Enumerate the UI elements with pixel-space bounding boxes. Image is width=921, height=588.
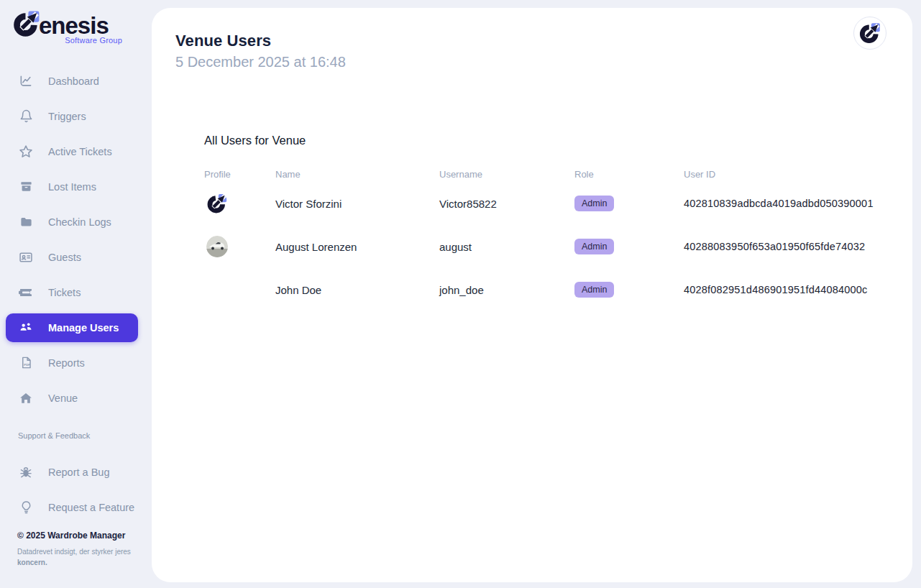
sidebar-item-request-a-feature[interactable]: Request a Feature	[0, 490, 152, 525]
file-pdf-icon: PDF	[19, 356, 33, 370]
user-id: 4028f082951d486901951fd44084000c	[684, 284, 884, 295]
user-username: august	[439, 241, 574, 253]
table-row: John Doe john_doe Admin 4028f082951d4869…	[204, 268, 884, 311]
table-row: August Lorenzen august Admin 40288083950…	[204, 225, 884, 268]
user-avatar-car-photo	[206, 236, 228, 257]
lightbulb-icon	[19, 500, 33, 515]
user-name: August Lorenzen	[275, 241, 439, 253]
sidebar-item-label: Triggers	[48, 111, 86, 122]
sidebar-item-report-a-bug[interactable]: Report a Bug	[0, 454, 152, 490]
bell-icon	[19, 109, 33, 124]
table-row: Victor Sforzini Victor85822 Admin 402810…	[204, 182, 884, 225]
sidebar-item-label: Request a Feature	[48, 502, 134, 513]
genesis-g-icon	[859, 22, 881, 44]
sidebar-item-label: Manage Users	[48, 322, 119, 334]
sidebar-item-reports[interactable]: PDF Reports	[0, 345, 152, 380]
sidebar-item-label: Guests	[48, 252, 81, 263]
user-avatar-genesis-logo	[206, 193, 228, 214]
sidebar-item-dashboard[interactable]: Dashboard	[0, 63, 152, 98]
sidebar-item-venue[interactable]: Venue	[0, 380, 152, 415]
sidebar-item-label: Tickets	[48, 287, 81, 298]
id-card-icon	[19, 250, 33, 265]
page-header: Venue Users 5 December 2025 at 16:48	[152, 8, 912, 70]
role-badge: Admin	[574, 282, 614, 298]
sidebar-item-lost-items[interactable]: Lost Items	[0, 169, 152, 204]
svg-text:PDF: PDF	[24, 363, 30, 367]
user-name: John Doe	[275, 284, 439, 296]
user-username: john_doe	[439, 284, 574, 296]
support-section-label: Support & Feedback	[0, 431, 152, 440]
sidebar-item-label: Lost Items	[48, 181, 96, 193]
users-icon	[19, 321, 33, 335]
ticket-icon	[19, 285, 33, 300]
sidebar-item-label: Reports	[48, 357, 85, 369]
brand-wordmark: enesis	[39, 14, 109, 37]
table-header-row: Profile Name Username Role User ID	[204, 166, 884, 182]
sidebar-footer: © 2025 Wardrobe Manager Datadrevet indsi…	[0, 530, 137, 568]
sidebar-nav: Dashboard Triggers Active Tickets	[0, 63, 152, 415]
page-subtitle: 5 December 2025 at 16:48	[175, 54, 894, 70]
column-header-user-id: User ID	[684, 169, 884, 180]
sidebar-item-label: Venue	[48, 392, 78, 404]
sidebar-item-triggers[interactable]: Triggers	[0, 98, 152, 134]
sidebar-item-manage-users[interactable]: Manage Users	[6, 313, 138, 342]
column-header-username: Username	[439, 169, 574, 180]
sidebar-item-checkin-logs[interactable]: Checkin Logs	[0, 204, 152, 239]
brand-logo[interactable]: enesis Software Group	[0, 0, 122, 45]
user-id: 402810839adbcda4019adbd050390001	[684, 198, 884, 209]
sidebar-item-label: Active Tickets	[48, 146, 112, 157]
user-username: Victor85822	[439, 198, 574, 210]
sidebar-item-active-tickets[interactable]: Active Tickets	[0, 134, 152, 169]
sidebar-item-tickets[interactable]: Tickets	[0, 275, 152, 310]
role-badge: Admin	[574, 239, 614, 254]
sidebar-item-label: Report a Bug	[48, 467, 109, 478]
copyright-text: © 2025 Wardrobe Manager	[17, 530, 137, 541]
column-header-role: Role	[574, 169, 684, 180]
archive-icon	[19, 180, 33, 194]
column-header-name: Name	[275, 169, 439, 180]
star-icon	[19, 144, 33, 159]
user-id: 40288083950f653a01950f65fde74032	[684, 241, 884, 252]
support-nav: Report a Bug Request a Feature	[0, 454, 152, 525]
users-table: All Users for Venue Profile Name Usernam…	[204, 134, 884, 311]
user-name: Victor Sforzini	[275, 198, 439, 210]
bug-icon	[19, 465, 33, 479]
genesis-g-icon	[13, 10, 40, 37]
sidebar-item-guests[interactable]: Guests	[0, 239, 152, 275]
chart-line-icon	[19, 74, 33, 88]
home-icon	[19, 391, 33, 405]
sidebar-item-label: Checkin Logs	[48, 216, 111, 228]
column-header-profile: Profile	[204, 169, 275, 180]
folder-icon	[19, 215, 33, 229]
venue-logo-badge[interactable]	[853, 17, 886, 50]
role-badge: Admin	[574, 196, 614, 211]
sidebar-item-label: Dashboard	[48, 75, 99, 87]
footer-tagline: Datadrevet indsigt, der styrker jeres ko…	[17, 546, 137, 568]
sidebar: enesis Software Group Dashboard Triggers	[0, 0, 152, 588]
main-content-card: Venue Users 5 December 2025 at 16:48 All…	[152, 8, 912, 582]
table-title: All Users for Venue	[204, 134, 884, 147]
page-title: Venue Users	[175, 32, 894, 50]
